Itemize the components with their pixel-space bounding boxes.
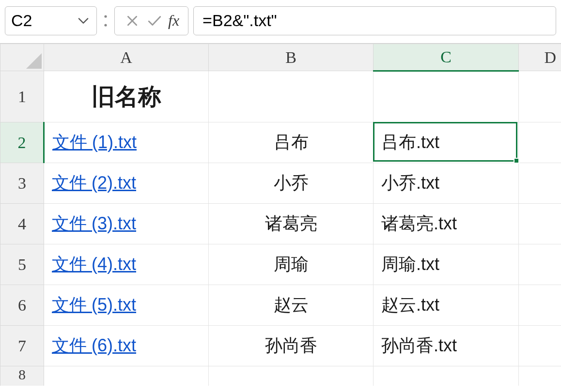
cell-D4[interactable] bbox=[519, 204, 561, 244]
hyperlink[interactable]: 文件 (1).txt bbox=[52, 132, 137, 152]
cell-A1[interactable]: 旧名称 bbox=[44, 71, 209, 122]
row-header-3[interactable]: 3 bbox=[0, 163, 44, 204]
insert-function-button[interactable]: fx bbox=[166, 12, 181, 30]
cell-C3[interactable]: 小乔.txt bbox=[374, 163, 519, 204]
row-header-6[interactable]: 6 bbox=[0, 285, 44, 326]
chevron-down-icon[interactable] bbox=[76, 17, 91, 24]
column-header-A[interactable]: A bbox=[44, 44, 209, 71]
cell-C6[interactable]: 赵云.txt bbox=[374, 285, 519, 326]
formula-text: =B2&".txt" bbox=[203, 11, 277, 30]
cell-A5[interactable]: 文件 (4).txt bbox=[44, 244, 209, 285]
hyperlink[interactable]: 文件 (4).txt bbox=[52, 254, 136, 274]
cell-A3[interactable]: 文件 (2).txt bbox=[44, 163, 209, 204]
cell-A8[interactable] bbox=[44, 366, 209, 386]
cell-B8[interactable] bbox=[209, 366, 374, 386]
spreadsheet-grid[interactable]: A B C D 1 旧名称 2 文件 (1).txt 吕布 吕布.txt bbox=[0, 44, 561, 392]
hyperlink[interactable]: 文件 (5).txt bbox=[52, 295, 136, 315]
cell-C7[interactable]: 孙尚香.txt bbox=[374, 326, 519, 366]
formula-bar: C2 fx =B2&".txt" bbox=[0, 0, 561, 44]
formula-bar-separator-icon bbox=[102, 13, 109, 29]
cell-A7[interactable]: 文件 (6).txt bbox=[44, 326, 209, 366]
row-header-7[interactable]: 7 bbox=[0, 326, 44, 366]
row-header-8[interactable]: 8 bbox=[0, 366, 44, 386]
name-box-text: C2 bbox=[11, 11, 76, 30]
cell-D1[interactable] bbox=[519, 71, 561, 122]
cell-C4[interactable]: 诸葛亮.txt bbox=[374, 204, 519, 244]
hyperlink[interactable]: 文件 (2).txt bbox=[52, 173, 136, 193]
cell-B1[interactable] bbox=[209, 71, 374, 122]
cell-B4[interactable]: 诸葛亮 bbox=[209, 204, 374, 244]
hyperlink[interactable]: 文件 (3).txt bbox=[52, 213, 136, 233]
formula-input[interactable]: =B2&".txt" bbox=[193, 6, 556, 35]
cell-C2[interactable]: 吕布.txt bbox=[374, 122, 519, 163]
row-header-1[interactable]: 1 bbox=[0, 71, 44, 122]
cell-D3[interactable] bbox=[519, 163, 561, 204]
cell-B2[interactable]: 吕布 bbox=[209, 122, 374, 163]
cell-C1[interactable] bbox=[374, 71, 519, 122]
column-header-D[interactable]: D bbox=[519, 44, 561, 71]
row-header-5[interactable]: 5 bbox=[0, 244, 44, 285]
formula-controls: fx bbox=[114, 6, 188, 35]
svg-point-1 bbox=[104, 24, 107, 26]
cancel-formula-icon[interactable] bbox=[122, 10, 143, 31]
cell-B5[interactable]: 周瑜 bbox=[209, 244, 374, 285]
confirm-formula-icon[interactable] bbox=[144, 10, 165, 31]
row-header-4[interactable]: 4 bbox=[0, 204, 44, 244]
cell-A4[interactable]: 文件 (3).txt bbox=[44, 204, 209, 244]
cell-A6[interactable]: 文件 (5).txt bbox=[44, 285, 209, 326]
cell-B6[interactable]: 赵云 bbox=[209, 285, 374, 326]
cell-A2[interactable]: 文件 (1).txt bbox=[44, 122, 209, 163]
name-box[interactable]: C2 bbox=[5, 6, 97, 35]
row-header-2[interactable]: 2 bbox=[0, 122, 44, 163]
cell-D7[interactable] bbox=[519, 326, 561, 366]
svg-point-0 bbox=[104, 15, 107, 17]
cell-C8[interactable] bbox=[374, 366, 519, 386]
cell-C5[interactable]: 周瑜.txt bbox=[374, 244, 519, 285]
cell-D2[interactable] bbox=[519, 122, 561, 163]
column-header-B[interactable]: B bbox=[209, 44, 374, 71]
cell-B3[interactable]: 小乔 bbox=[209, 163, 374, 204]
cell-D8[interactable] bbox=[519, 366, 561, 386]
select-all-corner[interactable] bbox=[0, 44, 44, 71]
column-header-C[interactable]: C bbox=[374, 44, 519, 71]
hyperlink[interactable]: 文件 (6).txt bbox=[52, 335, 136, 355]
cell-B7[interactable]: 孙尚香 bbox=[209, 326, 374, 366]
cell-D5[interactable] bbox=[519, 244, 561, 285]
cell-D6[interactable] bbox=[519, 285, 561, 326]
